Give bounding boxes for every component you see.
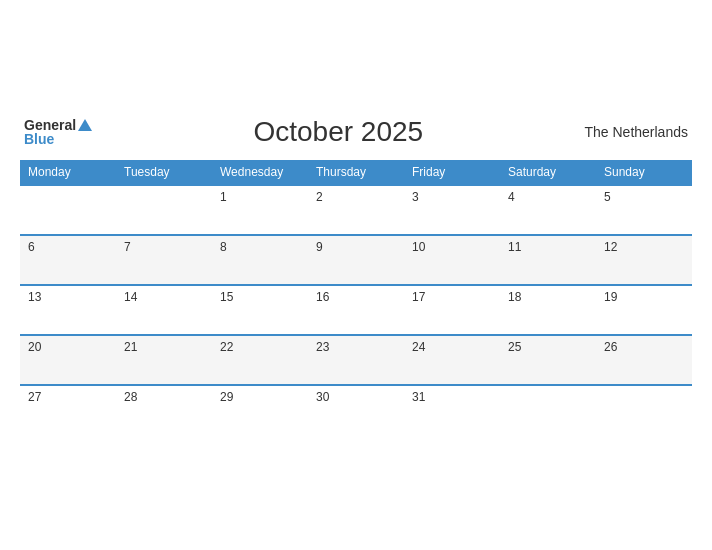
header-thursday: Thursday xyxy=(308,160,404,185)
calendar-week-row: 12345 xyxy=(20,185,692,235)
day-number: 23 xyxy=(316,340,396,354)
day-number: 12 xyxy=(604,240,684,254)
day-number: 26 xyxy=(604,340,684,354)
calendar-day-cell: 7 xyxy=(116,235,212,285)
day-number: 4 xyxy=(508,190,588,204)
day-number: 9 xyxy=(316,240,396,254)
calendar-day-cell: 3 xyxy=(404,185,500,235)
logo-triangle-icon xyxy=(78,119,92,131)
day-number: 25 xyxy=(508,340,588,354)
day-number: 27 xyxy=(28,390,108,404)
calendar-day-cell: 26 xyxy=(596,335,692,385)
day-number: 13 xyxy=(28,290,108,304)
day-number: 5 xyxy=(604,190,684,204)
day-number: 24 xyxy=(412,340,492,354)
day-number: 2 xyxy=(316,190,396,204)
day-number: 11 xyxy=(508,240,588,254)
calendar-day-cell: 2 xyxy=(308,185,404,235)
day-number: 19 xyxy=(604,290,684,304)
day-number: 7 xyxy=(124,240,204,254)
day-number: 31 xyxy=(412,390,492,404)
day-number: 17 xyxy=(412,290,492,304)
calendar-week-row: 13141516171819 xyxy=(20,285,692,335)
calendar-day-cell: 18 xyxy=(500,285,596,335)
calendar-day-cell: 27 xyxy=(20,385,116,434)
calendar-week-row: 2728293031 xyxy=(20,385,692,434)
calendar-day-cell xyxy=(500,385,596,434)
calendar-day-cell: 22 xyxy=(212,335,308,385)
day-number: 6 xyxy=(28,240,108,254)
day-number: 10 xyxy=(412,240,492,254)
calendar-container: General Blue October 2025 The Netherland… xyxy=(10,106,702,444)
calendar-day-cell: 21 xyxy=(116,335,212,385)
calendar-day-cell: 8 xyxy=(212,235,308,285)
logo: General Blue xyxy=(24,118,92,146)
calendar-table: Monday Tuesday Wednesday Thursday Friday… xyxy=(20,160,692,434)
weekday-header-row: Monday Tuesday Wednesday Thursday Friday… xyxy=(20,160,692,185)
day-number: 16 xyxy=(316,290,396,304)
calendar-day-cell: 9 xyxy=(308,235,404,285)
calendar-day-cell xyxy=(116,185,212,235)
day-number: 20 xyxy=(28,340,108,354)
day-number: 22 xyxy=(220,340,300,354)
calendar-day-cell: 29 xyxy=(212,385,308,434)
header-sunday: Sunday xyxy=(596,160,692,185)
day-number: 15 xyxy=(220,290,300,304)
calendar-day-cell: 30 xyxy=(308,385,404,434)
header-saturday: Saturday xyxy=(500,160,596,185)
calendar-day-cell: 4 xyxy=(500,185,596,235)
calendar-day-cell: 14 xyxy=(116,285,212,335)
day-number: 3 xyxy=(412,190,492,204)
day-number: 18 xyxy=(508,290,588,304)
header-monday: Monday xyxy=(20,160,116,185)
header-friday: Friday xyxy=(404,160,500,185)
country-label: The Netherlands xyxy=(584,124,688,140)
logo-general-text: General xyxy=(24,118,76,132)
calendar-week-row: 6789101112 xyxy=(20,235,692,285)
calendar-day-cell: 16 xyxy=(308,285,404,335)
day-number: 21 xyxy=(124,340,204,354)
day-number: 29 xyxy=(220,390,300,404)
calendar-day-cell: 1 xyxy=(212,185,308,235)
day-number: 14 xyxy=(124,290,204,304)
calendar-day-cell xyxy=(20,185,116,235)
header-wednesday: Wednesday xyxy=(212,160,308,185)
calendar-day-cell: 12 xyxy=(596,235,692,285)
calendar-header: General Blue October 2025 The Netherland… xyxy=(20,116,692,148)
calendar-day-cell xyxy=(596,385,692,434)
calendar-day-cell: 6 xyxy=(20,235,116,285)
calendar-day-cell: 5 xyxy=(596,185,692,235)
calendar-day-cell: 24 xyxy=(404,335,500,385)
calendar-day-cell: 10 xyxy=(404,235,500,285)
calendar-day-cell: 20 xyxy=(20,335,116,385)
day-number: 28 xyxy=(124,390,204,404)
day-number: 30 xyxy=(316,390,396,404)
calendar-day-cell: 17 xyxy=(404,285,500,335)
calendar-day-cell: 15 xyxy=(212,285,308,335)
calendar-day-cell: 13 xyxy=(20,285,116,335)
calendar-title: October 2025 xyxy=(253,116,423,148)
logo-blue-text: Blue xyxy=(24,132,92,146)
calendar-day-cell: 31 xyxy=(404,385,500,434)
calendar-day-cell: 23 xyxy=(308,335,404,385)
calendar-day-cell: 11 xyxy=(500,235,596,285)
calendar-week-row: 20212223242526 xyxy=(20,335,692,385)
day-number: 1 xyxy=(220,190,300,204)
day-number: 8 xyxy=(220,240,300,254)
calendar-day-cell: 19 xyxy=(596,285,692,335)
calendar-day-cell: 25 xyxy=(500,335,596,385)
calendar-day-cell: 28 xyxy=(116,385,212,434)
header-tuesday: Tuesday xyxy=(116,160,212,185)
